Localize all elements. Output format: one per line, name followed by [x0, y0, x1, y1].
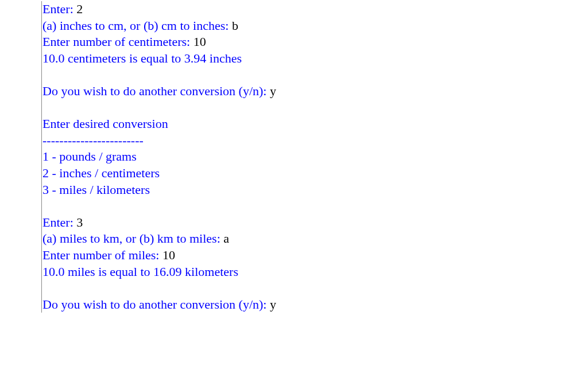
- prompt-text: Enter number of centimeters:: [42, 34, 194, 49]
- user-input: 2: [76, 2, 83, 16]
- terminal-line: Do you wish to do another conversion (y/…: [42, 83, 588, 100]
- terminal-line: Enter: 2: [42, 1, 588, 18]
- user-input: 10: [163, 248, 175, 262]
- terminal-line: Enter: 3: [42, 215, 588, 231]
- terminal-line: Enter number of centimeters: 10: [42, 34, 588, 50]
- terminal-line: Enter desired conversion: [42, 116, 588, 133]
- output-text: 10.0 centimeters is equal to 3.94 inches: [42, 51, 242, 65]
- terminal-line: 3 - miles / kilometers: [42, 182, 588, 198]
- terminal-output: Enter: 2 (a) inches to cm, or (b) cm to …: [41, 1, 588, 313]
- blank-line: [42, 100, 588, 116]
- prompt-text: (a) inches to cm, or (b) cm to inches:: [42, 18, 232, 33]
- terminal-line: (a) miles to km, or (b) km to miles: a: [42, 231, 588, 247]
- prompt-text: (a) miles to km, or (b) km to miles:: [42, 231, 223, 246]
- blank-line: [42, 198, 588, 215]
- blank-line: [42, 280, 588, 297]
- output-text: ------------------------: [42, 133, 144, 147]
- output-text: 3 - miles / kilometers: [42, 182, 150, 197]
- terminal-line: (a) inches to cm, or (b) cm to inches: b: [42, 18, 588, 34]
- prompt-text: Enter:: [42, 2, 76, 16]
- user-input: y: [270, 297, 276, 311]
- terminal-line: 10.0 centimeters is equal to 3.94 inches: [42, 50, 588, 67]
- terminal-line: 2 - inches / centimeters: [42, 165, 588, 182]
- terminal-line: 10.0 miles is equal to 16.09 kilometers: [42, 264, 588, 280]
- output-text: 1 - pounds / grams: [42, 149, 137, 163]
- output-text: 2 - inches / centimeters: [42, 166, 160, 180]
- output-text: 10.0 miles is equal to 16.09 kilometers: [42, 264, 238, 279]
- blank-line: [42, 67, 588, 83]
- user-input: 10: [194, 34, 206, 49]
- prompt-text: Enter:: [42, 215, 76, 229]
- prompt-text: Enter number of miles:: [42, 248, 163, 262]
- output-text: Enter desired conversion: [42, 116, 168, 131]
- prompt-text: Do you wish to do another conversion (y/…: [42, 297, 270, 311]
- prompt-text: Do you wish to do another conversion (y/…: [42, 84, 270, 98]
- user-input: 3: [76, 215, 83, 229]
- terminal-line: Do you wish to do another conversion (y/…: [42, 297, 588, 313]
- user-input: a: [223, 231, 229, 246]
- user-input: y: [270, 84, 276, 98]
- terminal-line: ------------------------: [42, 133, 588, 149]
- user-input: b: [232, 18, 238, 33]
- terminal-line: 1 - pounds / grams: [42, 149, 588, 165]
- terminal-line: Enter number of miles: 10: [42, 247, 588, 264]
